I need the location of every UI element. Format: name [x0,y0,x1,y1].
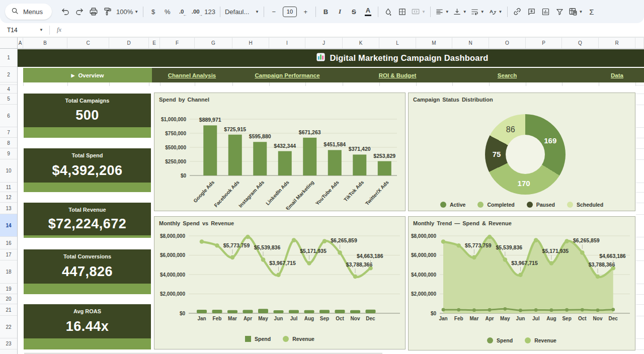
increase-font-size-button[interactable]: + [299,5,312,19]
tab-search[interactable]: Search [452,68,562,82]
row-header-1[interactable]: 1 [0,49,17,67]
row-header-2[interactable]: 2 [0,67,17,82]
undo-button[interactable] [58,5,72,19]
row-header-21[interactable]: 21 [0,304,17,316]
increase-decimals-button[interactable]: .00→ [189,5,202,19]
column-header-J[interactable]: J [305,38,343,48]
zoom-select[interactable]: 100%▼ [115,5,140,19]
chevron-down-icon: ▼ [579,10,583,14]
kpi-total-campaigns[interactable]: Total Campaigns500 [24,94,151,138]
font-select[interactable]: Defaul...▼ [223,5,261,19]
table-views-button[interactable]: ▼ [567,5,585,19]
decrease-decimals-button[interactable]: .0← [175,5,188,19]
vertical-align-button[interactable]: ▼ [451,5,468,19]
row-header-13[interactable]: 13 [0,203,17,214]
kpi-total-conversions[interactable]: Total Conversions447,826 [24,249,151,294]
row-header-7[interactable]: 7 [0,127,17,138]
column-header-D[interactable]: D [109,38,149,48]
column-header-F[interactable]: F [160,38,195,48]
insert-link-button[interactable] [511,5,524,19]
gridline [636,105,644,105]
spend-by-channel-chart[interactable]: Spend by Channel $0$250,000$500,000$750,… [154,93,406,211]
dashboard-title-cell[interactable]: Digital Marketing Campaign Dashboard [18,49,644,67]
horizontal-align-button[interactable]: ▼ [434,5,451,19]
row-header-22[interactable]: 22 [0,316,17,338]
legend-item-completed: Completed [477,202,514,208]
row-header-6[interactable]: 6 [0,105,17,127]
select-all-corner[interactable] [0,37,18,49]
decrease-font-size-button[interactable]: − [267,5,281,19]
column-header-P[interactable]: P [526,38,562,48]
tab-overview[interactable]: ▶Overview [23,68,152,82]
tab-data[interactable]: Data [599,68,635,82]
redo-button[interactable] [72,5,86,19]
format-percent-button[interactable]: % [160,5,174,19]
number-format-button[interactable]: 123 [203,5,217,19]
insert-comment-button[interactable] [525,5,538,19]
kpi-total-revenue[interactable]: Total Revenue$72,224,672 [24,203,151,238]
column-header-R[interactable]: R [599,38,635,48]
format-currency-button[interactable]: $ [146,5,160,19]
row-header-24[interactable] [0,349,17,354]
monthly-trend-chart[interactable]: Monthly Trend — Spend & Revenue $0$2,000… [408,216,635,350]
tab-channel-analysis[interactable]: Channel Analysis [152,68,232,82]
campaign-status-chart[interactable]: Campaign Status Distribution 1691707586 … [408,93,635,211]
row-header-14[interactable]: 14 [0,214,17,237]
kpi-avg-roas[interactable]: Avg ROAS16.44x [24,304,151,349]
column-header-G[interactable]: G [195,38,232,48]
insert-chart-button[interactable] [539,5,552,19]
bold-button[interactable]: B [319,5,333,19]
create-filter-button[interactable] [553,5,567,19]
tab-roi-budget[interactable]: ROI & Budget [343,68,452,82]
print-button[interactable] [87,5,100,19]
column-header-I[interactable]: I [269,38,305,48]
svg-text:Facebook Ads: Facebook Ads [213,180,240,209]
column-header-A[interactable]: A [18,38,23,48]
column-header-H[interactable]: H [232,38,269,48]
menus-search[interactable]: Menus [5,4,52,20]
active-tab-marker: ▶ [71,73,74,78]
row-header-8[interactable]: 8 [0,138,17,148]
merge-cells-button[interactable]: ▼ [410,5,427,19]
svg-text:Sep: Sep [320,316,329,321]
column-header-blank[interactable] [635,38,644,48]
font-size-input[interactable]: 10 [283,7,297,17]
column-header-K[interactable]: K [343,38,379,48]
column-header-E[interactable]: E [149,38,160,48]
column-header-C[interactable]: C [67,38,109,48]
kpi-total-spend[interactable]: Total Spend$4,392,206 [24,148,151,192]
row-header-17[interactable]: 17 [0,249,17,260]
column-header-L[interactable]: L [379,38,416,48]
fill-color-button[interactable] [381,5,395,19]
row-header-16[interactable]: 16 [0,237,17,249]
column-header-Q[interactable]: Q [562,38,599,48]
name-box[interactable]: T14 ▼ [7,27,43,34]
row-header-20[interactable]: 20 [0,294,17,304]
column-header-M[interactable]: M [416,38,452,48]
functions-button[interactable]: Σ [585,5,598,19]
monthly-spend-vs-revenue-chart[interactable]: Monthly Spend vs Revenue $0$2,000,000$4,… [154,216,406,349]
text-rotation-button[interactable]: A▼ [487,5,504,19]
italic-button[interactable]: I [333,5,347,19]
row-header-19[interactable]: 19 [0,284,17,294]
row-header-12[interactable]: 12 [0,192,17,203]
borders-button[interactable] [395,5,409,19]
row-header-9[interactable]: 9 [0,148,17,159]
text-wrap-button[interactable]: ▼ [469,5,486,19]
paint-format-button[interactable] [101,5,114,19]
tab-campaign-performance[interactable]: Campaign Performance [232,68,343,82]
strikethrough-button[interactable]: S [347,5,361,19]
row-header-11[interactable]: 11 [0,183,17,192]
text-color-button[interactable]: A [361,5,375,19]
row-header-4[interactable]: 4 [0,85,17,94]
svg-text:$2,000,000: $2,000,000 [411,291,436,297]
row-header-23[interactable]: 23 [0,338,17,349]
row-header-5[interactable]: 5 [0,94,17,105]
svg-text:Aug: Aug [304,316,314,321]
column-header-O[interactable]: O [489,38,526,48]
row-header-10[interactable]: 10 [0,159,17,183]
formula-input[interactable] [61,23,644,37]
row-header-18[interactable]: 18 [0,260,17,284]
column-header-N[interactable]: N [452,38,489,48]
column-header-B[interactable]: B [23,38,67,48]
